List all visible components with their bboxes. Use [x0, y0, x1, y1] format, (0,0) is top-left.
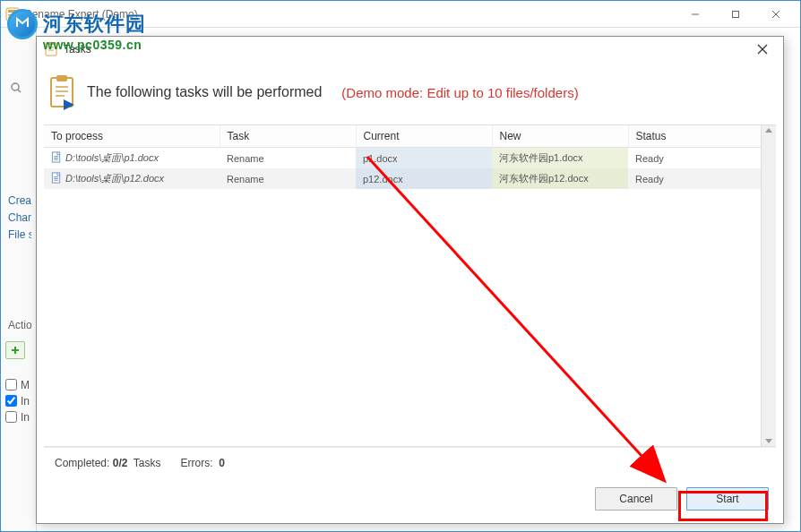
check-label: In — [21, 411, 30, 424]
svg-rect-5 — [732, 11, 738, 17]
cell-status: Ready — [628, 168, 776, 189]
cell-path: D:\tools\桌面\p1.docx — [44, 148, 220, 169]
tasks-table: To process Task Current New Status D:\to… — [44, 125, 776, 189]
check-label: In — [21, 395, 30, 408]
cell-new: 河东软件园p1.docx — [492, 148, 628, 169]
search-icon[interactable] — [10, 82, 22, 94]
sidebar-text: Creat Chang File si — [5, 193, 31, 245]
minimize-button[interactable] — [675, 2, 715, 27]
left-panel: Creat Chang File si Actio M In In — [1, 28, 37, 531]
vertical-scrollbar[interactable] — [761, 125, 776, 446]
clipboard-play-icon — [47, 74, 78, 110]
watermark-text-cn: 河东软件园 — [43, 11, 177, 38]
col-to-process[interactable]: To process — [44, 125, 220, 148]
svg-rect-24 — [52, 152, 59, 162]
add-button[interactable] — [5, 341, 25, 359]
cell-current: p12.docx — [356, 168, 492, 189]
tasks-dialog: Tasks The following tasks will be perfor… — [36, 36, 784, 524]
cell-current: p1.docx — [356, 148, 492, 169]
cell-task: Rename — [220, 148, 356, 169]
watermark: 河东软件园 www.pc0359.cn — [7, 7, 177, 61]
cell-task: Rename — [220, 168, 356, 189]
sidebar-line: Creat — [8, 193, 31, 210]
dialog-footer: Cancel Start — [37, 478, 783, 523]
checkbox-3[interactable] — [5, 411, 17, 423]
cell-path: D:\tools\桌面\p12.docx — [44, 168, 220, 189]
demo-mode-text: (Demo mode: Edit up to 10 files/folders) — [341, 85, 578, 100]
col-task[interactable]: Task — [220, 125, 356, 148]
status-bar: Completed: 0/2 Tasks Errors: 0 — [44, 447, 776, 478]
errors-status: Errors: 0 — [181, 457, 225, 469]
checkbox-1[interactable] — [5, 379, 17, 390]
sidebar-line: Chang — [8, 210, 31, 227]
col-current[interactable]: Current — [356, 125, 492, 148]
close-main-button[interactable] — [755, 2, 796, 27]
actions-label: Actio — [5, 316, 31, 334]
col-new[interactable]: New — [492, 125, 628, 148]
col-status[interactable]: Status — [628, 125, 776, 148]
tasks-table-wrap: To process Task Current New Status D:\to… — [44, 124, 776, 447]
dialog-close-button[interactable] — [749, 39, 776, 60]
checkbox-2[interactable] — [5, 395, 17, 407]
table-row[interactable]: D:\tools\桌面\p12.docxRenamep12.docx河东软件园p… — [44, 168, 776, 189]
dialog-header: The following tasks will be performed (D… — [37, 62, 783, 124]
maximize-button[interactable] — [715, 2, 755, 27]
svg-rect-18 — [51, 78, 73, 107]
completed-status: Completed: 0/2 Tasks — [55, 457, 161, 469]
cancel-button[interactable]: Cancel — [595, 487, 677, 511]
watermark-logo-icon — [7, 9, 38, 39]
svg-rect-19 — [56, 75, 67, 82]
svg-line-9 — [18, 90, 21, 92]
check-label: M — [21, 379, 30, 391]
dialog-header-text: The following tasks will be performed — [87, 84, 322, 100]
svg-rect-28 — [52, 173, 59, 183]
watermark-url: www.pc0359.cn — [43, 38, 177, 52]
cell-status: Ready — [628, 148, 776, 169]
sidebar-line: File si — [8, 227, 31, 244]
start-button[interactable]: Start — [686, 487, 769, 511]
svg-point-8 — [12, 83, 19, 90]
table-row[interactable]: D:\tools\桌面\p1.docxRenamep1.docx河东软件园p1.… — [44, 148, 776, 169]
cell-new: 河东软件园p12.docx — [492, 168, 628, 189]
